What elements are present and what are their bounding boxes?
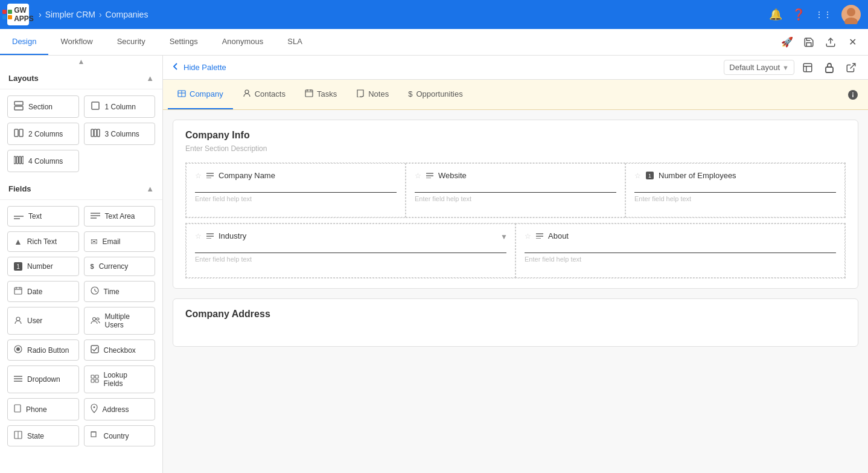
contacts-tab-icon [243, 89, 251, 99]
sidebar-item-user[interactable]: User [7, 307, 79, 335]
sidebar-item-textarea-label: Text Area [105, 212, 135, 220]
svg-point-40 [93, 407, 95, 408]
star-industry[interactable]: ☆ [195, 232, 202, 240]
sidebar-item-4col[interactable]: 4 Columns [7, 150, 79, 172]
sidebar-item-section[interactable]: Section [7, 95, 79, 118]
sidebar-item-checkbox[interactable]: Checkbox [84, 339, 156, 361]
field-company-name[interactable]: ☆ Company Name Enter field help text [186, 163, 406, 217]
sidebar-item-country[interactable]: Country [84, 425, 156, 446]
sidebar-item-email[interactable]: ✉ Email [84, 231, 156, 252]
svg-point-61 [852, 92, 854, 94]
layouts-section-header: Layouts ▲ [0, 68, 162, 89]
sidebar-item-multiuser[interactable]: Multiple Users [84, 307, 156, 335]
content-tab-tasks-label: Tasks [317, 89, 337, 98]
sidebar-item-date-label: Date [27, 288, 42, 296]
content-tab-notes[interactable]: Notes [346, 80, 398, 109]
sidebar-item-currency[interactable]: $ Currency [84, 257, 156, 276]
scroll-up-arrow[interactable]: ▲ [0, 56, 162, 68]
tab-settings[interactable]: Settings [158, 29, 210, 55]
tab-security[interactable]: Security [105, 29, 158, 55]
sidebar-item-phone-label: Phone [26, 405, 47, 414]
number-icon: 1 [14, 262, 22, 271]
section-title: Company Info [185, 130, 846, 141]
sidebar-item-date[interactable]: Date [7, 281, 79, 302]
breadcrumb-companies[interactable]: Companies [106, 10, 148, 19]
two-columns-icon [14, 128, 24, 140]
sidebar-item-dropdown-label: Dropdown [27, 375, 60, 384]
sidebar-item-phone[interactable]: Phone [7, 398, 79, 420]
export-icon[interactable] [822, 34, 839, 51]
close-icon[interactable]: ✕ [844, 34, 861, 51]
sidebar-item-textarea[interactable]: Text Area [84, 206, 156, 227]
breadcrumb-crm[interactable]: Simpler CRM [45, 10, 95, 19]
svg-rect-48 [826, 67, 833, 72]
tab-anonymous[interactable]: Anonymous [210, 29, 276, 55]
field-num-employees-header: ☆ 1 Number of Employees [634, 171, 836, 180]
field-website[interactable]: ☆ Website Enter field help text [406, 163, 625, 217]
notes-tab-icon [356, 89, 365, 99]
content-tab-notes-label: Notes [368, 89, 389, 98]
sidebar-item-country-label: Country [104, 432, 129, 440]
sidebar-item-text-label: Text [28, 212, 42, 220]
star-about[interactable]: ☆ [525, 232, 531, 240]
sidebar-item-number[interactable]: 1 Number [7, 257, 79, 276]
sidebar-item-text[interactable]: Text [7, 206, 79, 227]
sidebar-item-address[interactable]: Address [84, 398, 156, 420]
tab-bar-actions: 🚀 ✕ [779, 29, 868, 55]
star-website[interactable]: ☆ [415, 172, 421, 180]
bell-icon[interactable]: 🔔 [769, 8, 782, 21]
svg-rect-54 [305, 90, 313, 97]
sidebar-item-dropdown[interactable]: Dropdown [7, 365, 79, 393]
user-icon [14, 316, 22, 326]
star-company-name[interactable]: ☆ [195, 172, 202, 180]
content-tab-opportunities[interactable]: $ Opportunities [398, 80, 473, 109]
field-industry[interactable]: ☆ Industry ▼ Enter field help text [186, 224, 515, 278]
sidebar-item-time[interactable]: Time [84, 281, 156, 302]
svg-point-53 [245, 90, 249, 94]
sidebar-item-richtext[interactable]: ▲ Rich Text [7, 231, 79, 252]
field-about[interactable]: ☆ About Enter field help text [515, 224, 845, 278]
sidebar-item-lookup[interactable]: Lookup Fields [84, 365, 156, 393]
save-icon[interactable] [800, 34, 817, 51]
sidebar-item-3col[interactable]: 3 Columns [84, 123, 156, 145]
sidebar-item-checkbox-label: Checkbox [104, 346, 136, 355]
layouts-label: Layouts [8, 74, 39, 83]
content-tab-tasks[interactable]: Tasks [295, 80, 346, 109]
content-tab-contacts[interactable]: Contacts [233, 80, 295, 109]
state-icon [14, 431, 22, 441]
svg-rect-45 [803, 63, 812, 72]
section-description: Enter Section Description [185, 144, 846, 153]
layout-selector[interactable]: Default Layout ▼ [724, 60, 794, 75]
template-icon[interactable] [799, 59, 816, 76]
field-num-employees[interactable]: ☆ 1 Number of Employees Enter field help… [625, 163, 845, 217]
help-icon[interactable]: ❓ [792, 8, 805, 21]
fields-collapse-icon[interactable]: ▲ [146, 184, 154, 193]
layouts-collapse-icon[interactable]: ▲ [146, 74, 154, 83]
sidebar-item-1col[interactable]: 1 Column [84, 95, 156, 118]
sidebar-item-radio[interactable]: Radio Button [7, 339, 79, 361]
field-underline-4 [195, 253, 506, 253]
external-link-icon[interactable] [843, 59, 860, 76]
rocket-icon[interactable]: 🚀 [779, 34, 796, 51]
content-tab-company[interactable]: Company [168, 80, 233, 109]
lock-icon[interactable] [821, 59, 838, 76]
field-website-header: ☆ Website [415, 171, 616, 180]
currency-icon: $ [91, 263, 94, 270]
field-underline-2 [415, 192, 616, 193]
industry-dropdown-arrow: ▼ [500, 233, 508, 241]
hide-palette-button[interactable]: Hide Palette [171, 62, 226, 72]
star-employees[interactable]: ☆ [634, 172, 641, 180]
field-num-employees-label: Number of Employees [659, 171, 736, 180]
sidebar-item-state[interactable]: State [7, 425, 79, 446]
svg-point-29 [97, 318, 99, 320]
sidebar-item-2col[interactable]: 2 Columns [7, 123, 79, 145]
avatar[interactable] [841, 5, 861, 24]
tab-design[interactable]: Design [0, 29, 48, 55]
tab-sla[interactable]: SLA [275, 29, 314, 55]
fields-label: Fields [8, 184, 31, 193]
svg-rect-10 [97, 129, 100, 137]
company-tab-icon [177, 89, 186, 99]
content-tab-info[interactable] [847, 80, 863, 109]
tab-workflow[interactable]: Workflow [48, 29, 104, 55]
grid-icon[interactable]: ⋮⋮ [815, 10, 832, 19]
